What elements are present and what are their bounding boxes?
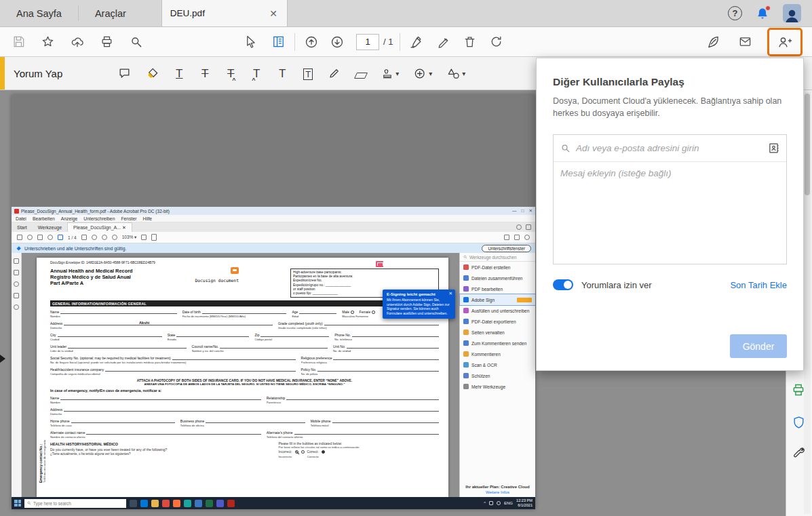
form-field: AddressDomicilio: [50, 408, 439, 416]
form-field: CityCiudad: [50, 333, 162, 341]
eraser-icon[interactable]: [353, 66, 369, 81]
form-blank-line: [60, 396, 260, 400]
tab-tools[interactable]: Araçlar: [79, 0, 142, 26]
draw-shapes-icon[interactable]: ▾: [444, 64, 468, 83]
docusign-envelope-icon: [376, 261, 383, 267]
help-icon[interactable]: ?: [728, 6, 742, 20]
message-textarea[interactable]: [554, 162, 786, 264]
star-icon[interactable]: [39, 33, 57, 51]
form-row: Alternate contact nameNombre de contacto…: [50, 431, 439, 439]
tool-item-icon: [463, 308, 469, 313]
sign-pen-icon[interactable]: [407, 33, 426, 52]
notification-dot: [765, 5, 771, 11]
fill-and-sign-icon[interactable]: [703, 33, 723, 52]
form-field: Home phoneTeléfono de casa: [50, 419, 175, 427]
attach-dropdown-caret[interactable]: ▾: [429, 70, 432, 77]
screenshot-zoom-value: 103%: [122, 235, 134, 239]
insert-text-icon[interactable]: [248, 65, 265, 82]
screenshot-acrobat-window: Please_DocuSign_Annual_Health_form.pdf -…: [12, 207, 535, 497]
screenshot-tool-item: PDF-Datei exportieren: [460, 316, 535, 327]
bubble-empty-icon: [301, 450, 305, 454]
stamp-dropdown-caret[interactable]: ▾: [395, 70, 399, 77]
screenshot-tab-start: Start: [12, 222, 33, 232]
close-tab-icon[interactable]: ✕: [268, 8, 279, 19]
tool-item-label: Dateien zusammenführen: [471, 276, 523, 281]
attach-file-icon[interactable]: ▾: [411, 64, 435, 83]
tool-item-icon: [463, 340, 469, 346]
sticky-note-icon[interactable]: [115, 64, 134, 83]
select-tool-icon[interactable]: [241, 33, 260, 51]
highlight-icon[interactable]: [143, 64, 161, 83]
form-title-part: Part A/Parte A: [50, 281, 191, 287]
form-field: Alternate's phoneTeléfono del contacto a…: [267, 431, 439, 439]
screenshot-esign-popup: E-Signing leicht gemacht Mit Ihrem Abonn…: [383, 290, 455, 319]
text-box-icon[interactable]: [300, 65, 316, 82]
wrench-more-tools-icon[interactable]: [790, 445, 807, 461]
page-thumbnails-icon[interactable]: [269, 33, 288, 51]
list-item: Fenster: [121, 216, 136, 221]
screenshot-page-indicator: 1 / 4: [68, 235, 77, 240]
form-attach-note: ATTACH A PHOTOCOPY OF BOTH SIDES OF INSU…: [50, 379, 439, 386]
recipient-search-icon: [560, 143, 571, 153]
screenshot-tab-document: Please_DocuSign_A... ✕: [67, 222, 132, 232]
delete-icon[interactable]: [461, 33, 479, 51]
stamp-icon[interactable]: ▾: [379, 64, 402, 82]
comment-annotation-icon: [231, 267, 239, 274]
replace-text-icon[interactable]: [223, 65, 239, 82]
form-field: Date of birthFecha de nacimiento (MM/DD/…: [182, 310, 287, 318]
form-field: StateEstado: [168, 333, 250, 341]
add-text-icon[interactable]: [274, 65, 290, 82]
refresh-icon[interactable]: [487, 33, 505, 51]
share-recipient-box: [553, 134, 787, 264]
radio-circle: [372, 311, 375, 314]
strikethrough-text-icon[interactable]: [197, 65, 213, 82]
share-with-others-icon[interactable]: [775, 33, 795, 52]
replace-text-glyph: [225, 68, 236, 79]
share-button-highlight: [767, 28, 803, 56]
screenshot-star-icon: [27, 235, 33, 240]
screenshot-tool-item: Adobe Sign: [460, 294, 535, 305]
allow-comments-toggle[interactable]: [553, 279, 573, 290]
add-deadline-link[interactable]: Son Tarih Ekle: [730, 280, 787, 290]
recipient-input[interactable]: [576, 143, 762, 153]
screenshot-highlight-icon: [524, 235, 530, 240]
page-down-icon[interactable]: [328, 33, 347, 52]
taskbar-date: 6/1/2021: [516, 503, 533, 508]
document-tab[interactable]: DEU.pdf ✕: [161, 0, 288, 26]
page-number-input[interactable]: [356, 34, 379, 50]
send-email-icon[interactable]: [735, 33, 755, 51]
user-avatar[interactable]: [783, 4, 801, 22]
save-icon[interactable]: [9, 33, 28, 51]
shield-protect-icon[interactable]: [790, 414, 807, 431]
screenshot-tools-panel: Werkzeuge durchsuchen PDF-Datei erstelle…: [459, 253, 535, 497]
underline-text-icon[interactable]: [171, 65, 187, 82]
marker-pen-icon[interactable]: [434, 33, 452, 51]
tab-home[interactable]: Ana Sayfa: [0, 0, 78, 26]
notifications-bell-icon[interactable]: [756, 7, 769, 20]
address-book-icon[interactable]: [768, 142, 779, 154]
form-field: ZipCódigo postal: [254, 333, 329, 341]
pencil-icon[interactable]: [326, 64, 343, 82]
screenshot-tool-item: Scan & OCR: [460, 359, 535, 370]
upload-cloud-icon[interactable]: [68, 33, 87, 51]
form-blank-line: [60, 310, 176, 314]
page-up-icon[interactable]: [302, 33, 321, 52]
form-field: NameNombre: [50, 396, 261, 404]
shapes-dropdown-caret[interactable]: ▾: [462, 70, 465, 77]
print-icon[interactable]: [98, 33, 116, 51]
tool-item-label: Ausfüllen und unterschreiben: [471, 309, 529, 313]
search-icon[interactable]: [127, 33, 145, 51]
scrollbar-thumb[interactable]: [805, 94, 810, 195]
toolbar-separator: [400, 33, 400, 51]
pdf-page-canvas[interactable]: Please_DocuSign_Annual_Health_form.pdf -…: [12, 95, 535, 509]
form-row: Unit leaderLíder de la unidadCouncil nam…: [50, 344, 439, 353]
printer-tool-icon[interactable]: [790, 382, 807, 398]
form-blank-line: [260, 333, 329, 337]
form-field: Health/accident insurance companyCompañí…: [50, 368, 296, 376]
screenshot-tool-item: Ausfüllen und unterschreiben: [460, 305, 535, 316]
form-health-section: HEALTH HISTORY/HISTORIAL MÉDICO Do you c…: [50, 442, 439, 458]
left-panel-expander-icon[interactable]: [0, 350, 8, 368]
send-button[interactable]: Gönder: [730, 334, 787, 358]
screenshot-tabs: Start Werkzeuge Please_DocuSign_A... ✕: [12, 222, 535, 232]
excel-icon: [206, 500, 213, 507]
